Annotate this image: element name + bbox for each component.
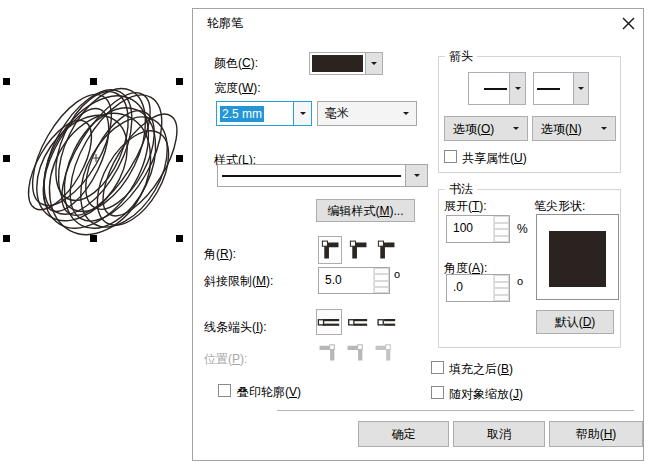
edit-style-button[interactable]: 编辑样式(M)... — [316, 199, 415, 222]
unit-value: 毫米 — [318, 102, 396, 125]
stretch-spinner[interactable]: 100 — [446, 215, 510, 243]
selection-handle[interactable] — [3, 235, 10, 242]
end-arrow-dropdown-button[interactable] — [573, 73, 588, 104]
chevron-down-icon — [300, 112, 306, 115]
angle-value[interactable]: .0 — [447, 275, 493, 301]
nib-shape-square — [549, 231, 606, 287]
behind-fill-checkbox[interactable] — [431, 361, 444, 374]
position-outside-button — [316, 339, 340, 365]
position-centered-button — [344, 339, 368, 365]
butt-cap-icon — [317, 316, 341, 329]
miter-limit-value[interactable]: 5.0 — [319, 268, 373, 293]
spin-up-button[interactable] — [374, 268, 389, 281]
angle-label: 角度(A): — [444, 261, 487, 275]
position-inside-button — [372, 339, 396, 365]
spin-up-icon — [495, 281, 508, 283]
start-options-button[interactable]: 选项(O) — [444, 116, 528, 141]
nib-shape-preview[interactable] — [536, 214, 619, 300]
position-inside-icon — [373, 341, 395, 363]
ok-button[interactable]: 确定 — [358, 421, 449, 447]
footer-divider — [277, 410, 634, 411]
spin-down-icon — [495, 294, 508, 296]
chevron-down-icon — [414, 174, 420, 177]
spin-down-icon — [375, 286, 388, 288]
end-arrow-preview — [534, 73, 573, 104]
cancel-button[interactable]: 取消 — [453, 421, 545, 447]
unit-combo[interactable]: 毫米 — [317, 101, 417, 126]
share-attributes-label[interactable]: 共享属性(U) — [462, 151, 527, 165]
color-swatch[interactable] — [309, 52, 366, 75]
spin-up-button[interactable] — [494, 216, 509, 229]
selection-handle[interactable] — [176, 78, 183, 85]
spin-down-button[interactable] — [494, 229, 509, 242]
width-dropdown-button[interactable] — [293, 102, 311, 125]
close-button[interactable] — [617, 13, 639, 33]
width-combo[interactable]: 2.5 mm — [216, 101, 312, 126]
width-label: 宽度(W): — [214, 81, 261, 95]
corner-miter-button[interactable] — [318, 236, 342, 264]
color-dropdown-button[interactable] — [366, 52, 383, 75]
overprint-outline-checkbox[interactable] — [218, 384, 231, 397]
spin-up-icon — [495, 222, 508, 224]
miter-limit-spinner[interactable]: 5.0 — [318, 267, 390, 294]
style-combo[interactable] — [217, 164, 428, 187]
width-input[interactable]: 2.5 mm — [217, 102, 293, 125]
unit-dropdown-button[interactable] — [396, 102, 416, 125]
selection-handle[interactable] — [3, 155, 10, 162]
bevel-corner-icon — [375, 239, 397, 261]
calligraphy-group-label: 书法 — [445, 182, 477, 196]
selection-handle[interactable] — [90, 235, 97, 242]
scribble-object[interactable] — [0, 0, 192, 262]
corners-label: 角(R): — [204, 247, 236, 261]
spin-up-icon — [375, 273, 388, 275]
style-dropdown-button[interactable] — [405, 165, 427, 186]
behind-fill-label[interactable]: 填充之后(B) — [449, 362, 513, 376]
spin-up-button[interactable] — [494, 275, 509, 288]
selection-handle[interactable] — [176, 155, 183, 162]
cap-butt-button[interactable] — [316, 309, 342, 335]
stretch-value[interactable]: 100 — [447, 216, 493, 242]
overprint-outline-label[interactable]: 叠印轮廓(V) — [237, 385, 301, 399]
arrows-group-label: 箭头 — [445, 49, 477, 63]
position-label: 位置(P): — [204, 352, 247, 366]
stretch-label: 展开(T): — [444, 199, 487, 213]
close-icon — [622, 17, 635, 30]
cap-square-button[interactable] — [372, 309, 398, 335]
share-attributes-checkbox[interactable] — [444, 150, 457, 163]
chevron-down-icon — [601, 127, 607, 130]
default-button[interactable]: 默认(D) — [536, 310, 614, 334]
spin-down-button[interactable] — [494, 288, 509, 301]
cap-round-button[interactable] — [344, 309, 370, 335]
miter-corner-icon — [319, 239, 341, 261]
chevron-down-icon — [513, 127, 519, 130]
scale-with-object-label[interactable]: 随对象缩放(J) — [449, 387, 523, 401]
chevron-down-icon — [403, 112, 409, 115]
square-cap-icon — [373, 316, 397, 329]
chevron-down-icon — [578, 87, 584, 90]
selection-handle[interactable] — [3, 78, 10, 85]
chevron-down-icon — [515, 87, 521, 90]
start-arrow-combo[interactable] — [468, 72, 526, 105]
corner-round-button[interactable] — [346, 236, 370, 264]
chevron-down-icon — [371, 62, 377, 65]
angle-spinner[interactable]: .0 — [446, 274, 510, 302]
line-caps-label: 线条端头(I): — [204, 320, 267, 334]
start-arrow-dropdown-button[interactable] — [509, 73, 525, 104]
spin-down-button[interactable] — [374, 281, 389, 294]
color-label: 颜色(C): — [214, 56, 258, 70]
selection-handle[interactable] — [90, 78, 97, 85]
scale-with-object-checkbox[interactable] — [431, 386, 444, 399]
outline-pen-dialog: 轮廓笔 颜色(C): 宽度(W): 2.5 mm 毫米 样式(L): 编辑样式(… — [192, 8, 644, 461]
position-centered-icon — [345, 341, 367, 363]
miter-limit-label: 斜接限制(M): — [204, 274, 273, 288]
outline-color-picker[interactable] — [309, 52, 383, 75]
end-arrow-combo[interactable] — [533, 72, 589, 105]
corner-bevel-button[interactable] — [374, 236, 398, 264]
style-preview — [218, 165, 405, 186]
selection-handle[interactable] — [176, 235, 183, 242]
position-outside-icon — [317, 341, 339, 363]
stretch-percent-unit: % — [517, 223, 528, 235]
angle-degree-unit: o — [517, 275, 523, 287]
help-button[interactable]: 帮助(H) — [549, 421, 643, 447]
end-options-button[interactable]: 选项(N) — [532, 116, 616, 141]
